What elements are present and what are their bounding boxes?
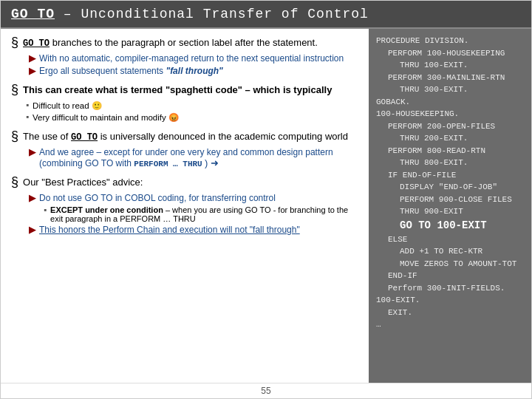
sub-bullet-1-2: ▶ Ergo all subsequent statements "fall t… — [29, 66, 358, 76]
header-goto-kw: GO TO — [11, 7, 55, 21]
goto-keyword-3: GO TO — [71, 132, 98, 143]
goto-keyword-4: GO TO — [84, 193, 112, 203]
sub-bullet-3-1: ▶ And we agree – except for under one ve… — [29, 147, 358, 168]
header-title-text: – Unconditional Transfer of Control — [64, 7, 369, 21]
section-2-subsub: ▪ Difficult to read 🙂 ▪ Very difficult t… — [26, 100, 358, 123]
arrow-icon-2: ▶ — [29, 66, 35, 76]
slide-header: GO TO – Unconditional Transfer of Contro… — [1, 1, 531, 29]
section-4-main: § Our "Best Practices" advice: — [11, 176, 358, 190]
section-4-subsub: ▪ EXCEPT under one condition – when you … — [44, 205, 358, 223]
slide-page: GO TO – Unconditional Transfer of Contro… — [0, 0, 532, 399]
code-line-3: THRU 100-EXIT. — [376, 59, 524, 72]
slide-footer: 55 — [1, 383, 531, 398]
sub-bullet-3-1-text: And we agree – except for under one very… — [39, 147, 358, 168]
section-2-bullet: § — [11, 82, 18, 98]
arrow-icon-3: ▶ — [29, 147, 35, 157]
code-line-9: THRU 200-EXIT. — [376, 132, 524, 145]
section-3-main: § The use of GO TO is universally denoun… — [11, 130, 358, 144]
with-text: with — [116, 158, 134, 168]
code-line-20: Perform 300-INIT-FIELDS. — [376, 282, 524, 295]
goto-keyword-1: GO TO — [23, 38, 50, 49]
difficult-to-read: Difficult to read 🙂 — [33, 100, 102, 111]
code-line-10: PERFORM 800-READ-RTN — [376, 145, 524, 157]
sub-bullet-1-1: ▶ With no automatic, compiler-managed re… — [29, 53, 358, 64]
code-line-18: MOVE ZEROS TO AMOUNT-TOT — [376, 258, 524, 270]
code-line-16: ELSE — [376, 233, 524, 246]
except-text: EXCEPT under one condition – when you ar… — [50, 205, 358, 223]
section-4-bullet: § — [11, 174, 18, 190]
code-line-15: THRU 900-EXIT — [376, 205, 524, 218]
section-2-text: This can create what is termed "spaghett… — [23, 83, 332, 97]
arrow-symbol: ) ➜ — [205, 157, 219, 168]
code-line-6: GOBACK. — [376, 96, 524, 109]
code-line-4: PERFORM 300-MAINLINE-RTN — [376, 72, 524, 84]
code-line-13: DISPLAY "END-OF-JOB" — [376, 181, 524, 194]
section-2-bold: This can create what is termed "spaghett… — [23, 84, 332, 95]
code-line-2: PERFORM 100-HOUSEKEEPING — [376, 47, 524, 60]
code-line-17: ADD +1 TO REC-KTR — [376, 245, 524, 258]
code-line-22: EXIT. — [376, 307, 524, 319]
code-line-5: THRU 300-EXIT. — [376, 83, 524, 96]
section-2: § This can create what is termed "spaghe… — [11, 83, 358, 123]
sub-bullet-4-1-text: Do not use GO TO in COBOL coding, for tr… — [39, 193, 276, 203]
sub-sub-bullet-4-1: ▪ EXCEPT under one condition – when you … — [44, 205, 358, 223]
left-panel: § GO TO branches to the paragraph or sec… — [1, 29, 369, 383]
section-1-body: branches to the paragraph or section lab… — [52, 37, 318, 48]
sub-bullet-1-1-text: With no automatic, compiler-managed retu… — [39, 53, 344, 64]
arrow-icon-1: ▶ — [29, 53, 35, 64]
sub-sub-bullet-2-2: ▪ Very difficult to maintain and modify … — [26, 112, 358, 123]
goto-keyword-3b: GO TO — [85, 158, 113, 168]
sub-sub-bullet-2-1: ▪ Difficult to read 🙂 — [26, 100, 358, 111]
except-bold: EXCEPT under one condition — [50, 205, 163, 214]
perform-thru-kw: PERFORM … THRU — [134, 160, 202, 168]
code-line-14: PERFORM 900-CLOSE FILES — [376, 194, 524, 206]
sub-bullet-4-2: ▶ This honors the Perform Chain and exec… — [29, 225, 358, 235]
section-1-main: § GO TO branches to the paragraph or sec… — [11, 36, 358, 50]
page-number: 55 — [261, 386, 270, 396]
code-line-1: PROCEDURE DIVISION. — [376, 35, 524, 47]
code-line-8: PERFORM 200-OPEN-FILES — [376, 120, 524, 133]
section-3-subbullets: ▶ And we agree – except for under one ve… — [29, 147, 358, 168]
arrow-icon-4: ▶ — [29, 193, 35, 203]
section-3: § The use of GO TO is universally denoun… — [11, 130, 358, 168]
section-3-text: The use of GO TO is universally denounce… — [23, 130, 348, 144]
dash-icon-2: ▪ — [26, 112, 29, 121]
code-line-7: 100-HOUSEKEEPING. — [376, 108, 524, 120]
code-line-12: IF END-OF-FILE — [376, 169, 524, 182]
section-1-bullet: § — [11, 35, 18, 50]
code-line-21: 100-EXIT. — [376, 294, 524, 307]
fall-through-text: "fall through" — [166, 66, 222, 76]
code-line-19: END-IF — [376, 270, 524, 282]
section-3-bullet: § — [11, 129, 18, 144]
section-4: § Our "Best Practices" advice: ▶ Do not … — [11, 176, 358, 235]
section-1-text: GO TO branches to the paragraph or secti… — [23, 36, 318, 50]
very-difficult: Very difficult to maintain and modify 😡 — [33, 112, 179, 123]
section-4-subbullets: ▶ Do not use GO TO in COBOL coding, for … — [29, 193, 358, 235]
section-1-subbullets: ▶ With no automatic, compiler-managed re… — [29, 53, 358, 76]
sub-bullet-4-2-text: This honors the Perform Chain and execut… — [39, 225, 300, 235]
code-goto-highlight: GO TO 100-EXIT — [376, 218, 524, 233]
dash-icon-3: ▪ — [44, 205, 47, 214]
dash-icon-1: ▪ — [26, 100, 29, 109]
section-4-text: Our "Best Practices" advice: — [23, 176, 143, 189]
section-1: § GO TO branches to the paragraph or sec… — [11, 36, 358, 76]
arrow-icon-5: ▶ — [29, 225, 35, 235]
section-2-main: § This can create what is termed "spaghe… — [11, 83, 358, 98]
content-area: § GO TO branches to the paragraph or sec… — [1, 29, 531, 383]
sub-bullet-1-2-text: Ergo all subsequent statements "fall thr… — [39, 66, 223, 76]
right-code-panel: PROCEDURE DIVISION. PERFORM 100-HOUSEKEE… — [369, 29, 531, 383]
code-line-11: THRU 800-EXIT. — [376, 157, 524, 169]
code-line-23: … — [376, 318, 524, 331]
sub-bullet-4-1: ▶ Do not use GO TO in COBOL coding, for … — [29, 193, 358, 203]
